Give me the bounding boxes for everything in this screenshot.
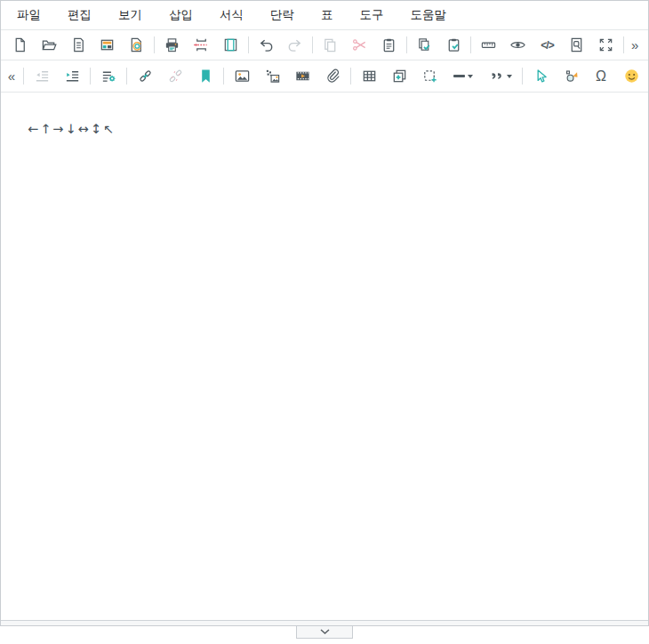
separator <box>350 68 351 85</box>
print-button[interactable] <box>157 32 187 58</box>
paste-button[interactable] <box>374 32 404 58</box>
menu-table[interactable]: 표 <box>308 1 347 29</box>
omega-icon: Ω <box>596 69 606 84</box>
smiley-icon <box>623 68 640 85</box>
copy-icon <box>322 36 339 53</box>
restore-document-button[interactable] <box>122 32 151 58</box>
outdent-button[interactable] <box>27 63 57 89</box>
menu-insert[interactable]: 삽입 <box>156 1 206 29</box>
menu-view[interactable]: 보기 <box>105 1 156 29</box>
menu-format[interactable]: 서식 <box>206 1 257 29</box>
paste-cleanup-icon <box>445 36 462 53</box>
ruler-icon <box>480 36 497 53</box>
paste-formatted-button[interactable] <box>410 32 439 58</box>
menubar: 파일 편집 보기 삽입 서식 단락 표 도구 도움말 <box>1 1 648 30</box>
redo-button[interactable] <box>280 32 309 58</box>
special-character-button[interactable]: Ω <box>586 63 616 89</box>
indent-button[interactable] <box>57 63 87 89</box>
cut-icon <box>351 36 368 53</box>
document-text-button[interactable] <box>64 32 93 58</box>
redo-icon <box>286 36 303 53</box>
print-area-icon <box>222 36 239 53</box>
separator <box>90 68 91 85</box>
new-document-button[interactable] <box>5 32 35 58</box>
bookmark-button[interactable] <box>190 63 220 89</box>
open-file-button[interactable] <box>35 32 64 58</box>
chevron-double-right-icon: » <box>631 38 638 52</box>
menu-help[interactable]: 도움말 <box>397 1 461 29</box>
pointer-button[interactable] <box>525 63 556 89</box>
indent-icon <box>64 68 81 85</box>
emoticon-button[interactable] <box>616 63 646 89</box>
code-icon: </> <box>541 40 553 51</box>
paste-formatted-icon <box>416 36 433 53</box>
paste-cleanup-button[interactable] <box>439 32 469 58</box>
separator <box>23 68 24 85</box>
open-folder-icon <box>41 36 58 53</box>
print-icon <box>164 36 180 53</box>
more-toolbar-button[interactable]: » <box>627 32 644 58</box>
bookmark-icon <box>197 68 214 85</box>
menu-edit[interactable]: 편집 <box>54 1 105 29</box>
dropdown-caret-icon <box>507 75 512 78</box>
image-gallery-icon <box>264 68 281 85</box>
resize-handle-button[interactable] <box>296 625 353 639</box>
toolbar-primary: </> » <box>1 30 648 60</box>
editor-window: 파일 편집 보기 삽입 서식 단락 표 도구 도움말 <box>0 0 649 644</box>
separator <box>623 36 624 53</box>
blockquote-icon <box>490 69 504 84</box>
paste-icon <box>381 36 397 53</box>
copy-button[interactable] <box>316 32 345 58</box>
list-settings-button[interactable] <box>93 63 124 89</box>
document-text-icon <box>70 36 87 53</box>
ruler-button[interactable] <box>474 32 503 58</box>
preview-button[interactable] <box>503 32 533 58</box>
link-icon <box>137 68 154 85</box>
media-button[interactable] <box>287 63 317 89</box>
new-document-icon <box>12 36 28 53</box>
draw-shape-button[interactable] <box>556 63 586 89</box>
table-button[interactable] <box>354 63 384 89</box>
blockquote-button[interactable] <box>482 63 519 89</box>
image-button[interactable] <box>227 63 257 89</box>
add-layer-icon <box>391 68 408 85</box>
list-settings-icon <box>100 68 117 85</box>
cut-button[interactable] <box>345 32 374 58</box>
separator <box>522 68 523 85</box>
add-layer-button[interactable] <box>384 63 414 89</box>
selection-add-button[interactable] <box>414 63 445 89</box>
draw-shape-icon <box>563 68 580 85</box>
fullscreen-button[interactable] <box>591 32 621 58</box>
page-break-icon <box>193 36 210 53</box>
chevron-down-icon <box>320 629 330 635</box>
outdent-icon <box>34 68 51 85</box>
dropdown-caret-icon <box>468 75 473 78</box>
source-code-button[interactable]: </> <box>533 32 562 58</box>
unlink-button[interactable] <box>160 63 190 89</box>
separator <box>406 36 407 53</box>
link-button[interactable] <box>130 63 160 89</box>
restore-document-icon <box>128 36 145 53</box>
separator <box>470 36 471 53</box>
editable-content-area[interactable]: ←↑→↓↔↕↖ <box>1 93 648 620</box>
unlink-icon <box>167 68 184 85</box>
attachment-button[interactable] <box>317 63 348 89</box>
collapse-toolbar-button[interactable]: « <box>3 63 20 89</box>
template-icon <box>99 36 116 53</box>
fullscreen-icon <box>597 36 614 53</box>
menu-paragraph[interactable]: 단락 <box>257 1 308 29</box>
menu-file[interactable]: 파일 <box>4 1 54 29</box>
paperclip-icon <box>324 68 341 85</box>
template-button[interactable] <box>92 32 122 58</box>
image-gallery-button[interactable] <box>257 63 287 89</box>
undo-button[interactable] <box>252 32 281 58</box>
page-break-button[interactable] <box>187 32 216 58</box>
search-document-icon <box>568 36 585 53</box>
menu-tools[interactable]: 도구 <box>347 1 397 29</box>
toolbar-secondary: « Ω <box>1 60 648 93</box>
horizontal-line-button[interactable] <box>445 63 482 89</box>
horizontal-line-icon <box>453 75 465 77</box>
search-preview-button[interactable] <box>562 32 591 58</box>
print-area-button[interactable] <box>216 32 245 58</box>
separator <box>312 36 313 53</box>
